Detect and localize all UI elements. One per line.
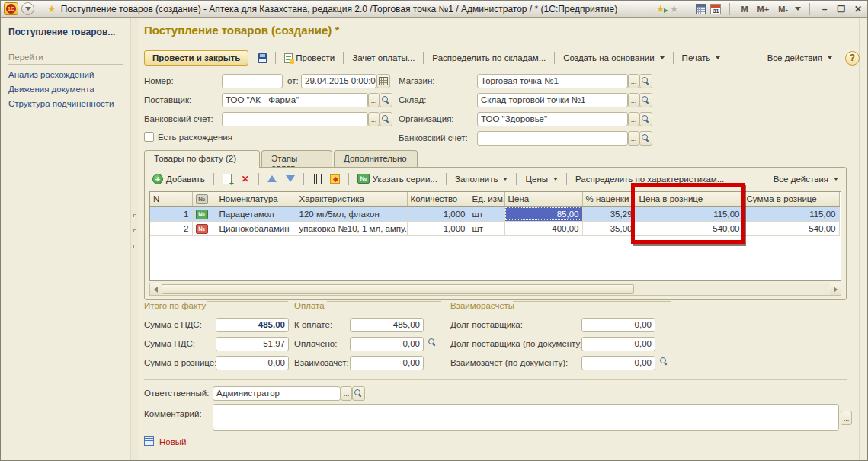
scroll-left-button[interactable] [150,283,161,295]
barcode-scan-button[interactable] [308,171,326,187]
supplier-select-button[interactable]: ... [368,93,380,107]
offset-input[interactable]: 0,00 [350,356,424,370]
col-quantity[interactable]: Количество [407,192,469,206]
comment-expand-button[interactable]: ... [841,411,852,425]
responsible-lookup-button[interactable] [352,386,365,401]
retail-sum-input[interactable]: 0,00 [216,356,289,370]
responsible-select-button[interactable]: ... [341,386,352,401]
number-input[interactable] [222,74,283,88]
tab-additional[interactable]: Дополнительно [334,150,418,168]
shop-input[interactable]: Торговая точка №1 [477,74,628,88]
scrollbar-thumb[interactable] [162,284,634,294]
responsible-input[interactable]: Администратор [213,386,341,401]
favorites-star-icon[interactable]: ★ [47,4,56,14]
sidebar-splitter[interactable] [130,18,138,460]
move-up-button[interactable] [263,171,281,187]
tab-payment-stages[interactable]: Этапы оплат [261,150,332,168]
bank-account-lookup-button[interactable] [380,112,392,126]
debt-input[interactable]: 0,00 [581,318,655,332]
organization-input[interactable]: ТОО "Здоровье" [477,112,628,126]
memory-m-minus-button[interactable]: M- [776,5,790,14]
discrepancies-checkbox[interactable] [144,132,154,142]
prices-button[interactable]: Цены [520,172,562,186]
col-characteristic[interactable]: Характеристика [296,192,407,206]
distribute-characteristics-button[interactable]: Распределить по характеристикам... [571,172,729,186]
paid-input[interactable]: 0,00 [350,337,424,351]
distribute-warehouses-button[interactable]: Распределить по складам... [428,51,550,65]
copy-row-button[interactable] [218,171,236,187]
save-button[interactable] [253,50,271,66]
add-row-button[interactable]: +Добавить [148,171,210,187]
scroll-right-button[interactable] [830,283,841,295]
help-button[interactable]: ? [845,51,860,66]
warehouse-input[interactable]: Склад торговой точки №1 [477,93,628,107]
close-button[interactable]: ✕ [852,4,864,14]
table-row[interactable]: 1 № Парацетамол 120 мг/5мл, флакон 1,000… [150,206,839,221]
vat-input[interactable]: 51,97 [216,337,289,351]
organization-lookup-button[interactable] [639,112,652,126]
minimize-button[interactable]: – [818,4,831,14]
magnifier-icon [642,96,650,104]
organization-select-button[interactable]: ... [628,112,639,126]
create-based-on-button[interactable]: Создать на основании [559,51,668,65]
fill-button[interactable]: Заполнить [450,172,512,186]
memory-m-plus-button[interactable]: M+ [755,5,772,14]
offset-doc-detail-button[interactable] [660,357,672,368]
to-pay-input[interactable]: 485,00 [350,318,424,332]
col-nomenclature[interactable]: Номенклатура [216,192,296,206]
warehouse-select-button[interactable]: ... [628,93,639,107]
memory-m-button[interactable]: M [738,5,750,14]
add-favorite-icon[interactable]: ★ [656,4,665,14]
bank-account2-label: Банковский счет: [399,131,468,145]
bank-account2-input[interactable] [477,131,628,146]
print-button[interactable]: Печать [677,51,725,65]
sidebar-link-document-movements[interactable]: Движения документа [8,85,123,94]
debt-doc-input[interactable]: 0,00 [581,337,655,351]
col-markup[interactable]: % наценки [582,192,636,206]
move-down-button[interactable] [281,171,299,187]
favorite-gray-icon[interactable]: ★ [670,4,679,14]
all-actions-button[interactable]: Все действия [763,51,837,65]
shop-lookup-button[interactable] [639,74,652,88]
shop-select-button[interactable]: ... [628,74,639,88]
offset-payment-button[interactable]: Зачет оплаты... [348,51,419,65]
delete-row-button[interactable]: ✕ [236,171,255,187]
main-menu-button[interactable] [21,2,34,15]
app-logo-1c-icon[interactable]: 1С [4,2,18,15]
supplier-input[interactable]: ТОО "АК - Фарма" [222,93,368,107]
date-input[interactable]: 29.04.2015 0:00:00 [301,74,376,88]
date-picker-button[interactable] [376,74,390,88]
col-retail-sum[interactable]: Сумма в рознице [743,192,839,206]
warehouse-lookup-button[interactable] [639,93,652,107]
specify-series-button[interactable]: №Указать серии... [353,171,442,186]
post-button[interactable]: Провести [280,51,339,66]
titlebar-more-icon[interactable] [795,7,801,11]
table-row[interactable]: 2 № Цианокобаламин упаковка №10, 1 мл, а… [150,221,839,235]
post-and-close-button[interactable]: Провести и закрыть [144,50,248,66]
sidebar-link-subordination-structure[interactable]: Структура подчиненности [8,99,123,108]
col-retail-price[interactable]: Цена в рознице [636,192,743,206]
bank-account-select-button[interactable]: ... [368,112,380,126]
maximize-button[interactable]: ❒ [835,4,847,14]
comment-input[interactable] [213,404,839,431]
calculator-icon[interactable] [696,4,706,14]
paid-detail-button[interactable] [428,338,440,349]
selected-cell[interactable]: 85,00 [504,206,582,221]
col-series[interactable]: № [192,192,216,206]
col-unit[interactable]: Ед. изм. [469,192,504,206]
sum-vat-input[interactable]: 485,00 [216,318,289,332]
tab-goods-by-fact[interactable]: Товары по факту (2) [144,150,260,168]
calendar-icon[interactable]: 31 [710,4,721,14]
magnifier-icon [642,77,650,85]
bank-account-input[interactable] [222,112,368,126]
supplier-lookup-button[interactable] [380,93,392,107]
offset-doc-input[interactable]: 0,00 [581,356,655,370]
col-price[interactable]: Цена [504,192,582,206]
bank-account2-select-button[interactable]: ... [628,131,639,146]
bank-account2-lookup-button[interactable] [639,131,652,146]
sidebar-link-discrepancy-analysis[interactable]: Анализ расхождений [8,70,123,79]
table-all-actions-button[interactable]: Все действия [769,172,843,186]
characteristics-button[interactable] [326,171,344,187]
horizontal-scrollbar[interactable] [149,283,841,296]
col-n[interactable]: N [150,192,192,206]
